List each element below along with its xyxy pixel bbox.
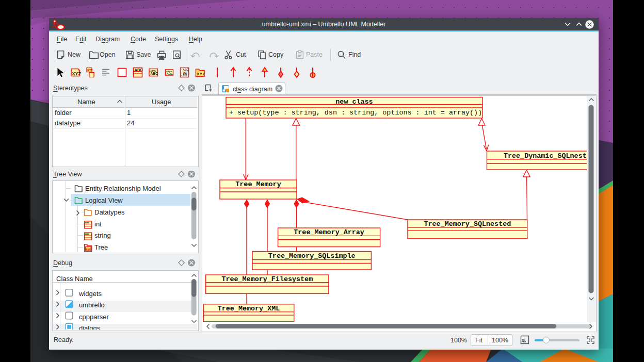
svg-text:XYZ: XYZ — [197, 72, 205, 76]
svg-text:XYZ: XYZ — [72, 71, 82, 76]
svg-text:ABC: ABC — [85, 233, 90, 236]
svg-text:+ setup(type : string, dsn : s: + setup(type : string, dsn : string, opt… — [229, 109, 482, 117]
svg-text:ABC: ABC — [135, 68, 143, 72]
svg-text:Tree_Memory_SQLsimple: Tree_Memory_SQLsimple — [268, 252, 356, 260]
svg-text:new_class: new_class — [335, 98, 373, 106]
svg-text:Tree_Memory_SQLnested: Tree_Memory_SQLnested — [424, 220, 511, 228]
svg-text:Tree_Dynamic_SQLnested: Tree_Dynamic_SQLnested — [504, 152, 587, 160]
svg-text:ABC: ABC — [167, 72, 173, 75]
svg-text:ABC: ABC — [85, 221, 90, 224]
svg-text:- 123: - 123 — [181, 74, 187, 77]
svg-text:Tree_Memory_Array: Tree_Memory_Array — [294, 228, 364, 236]
svg-text:Tree_Memory: Tree_Memory — [235, 180, 281, 188]
svg-text:xyz: xyz — [86, 248, 91, 251]
svg-text:Tree_Memory_Filesystem: Tree_Memory_Filesystem — [221, 275, 313, 283]
svg-text:XYZ: XYZ — [87, 69, 93, 72]
svg-text:Tree_Memory_XML: Tree_Memory_XML — [218, 305, 280, 312]
svg-text:ABC: ABC — [151, 72, 158, 75]
